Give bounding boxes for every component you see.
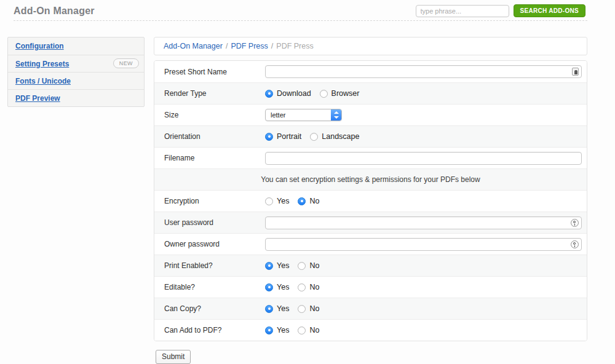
radio-option-portrait[interactable]: Portrait: [265, 132, 301, 141]
sidebar-nav: Configuration Setting Presets NEW Fonts …: [7, 37, 145, 107]
radio-selected-icon: [265, 326, 273, 334]
radio-unselected-icon: [298, 305, 306, 313]
sidebar-item-fonts-unicode[interactable]: Fonts / Unicode: [8, 72, 144, 89]
autofill-contact-icon[interactable]: [572, 68, 579, 76]
autofill-key-icon[interactable]: [571, 240, 579, 248]
field-label: Orientation: [154, 132, 265, 141]
filename-input[interactable]: [265, 152, 582, 165]
size-select-value: letter: [271, 111, 285, 119]
encryption-note-text: You can set encryption settings & permis…: [261, 175, 480, 184]
owner-password-input[interactable]: [265, 238, 582, 251]
sidebar-link-label[interactable]: Fonts / Unicode: [15, 77, 71, 85]
breadcrumb-separator: /: [226, 42, 228, 50]
page-title: Add-On Manager: [14, 6, 95, 17]
radio-unselected-icon: [298, 326, 306, 334]
form-row-preset-short-name: Preset Short Name: [154, 61, 587, 82]
form-row-encryption: Encryption Yes No: [154, 190, 587, 212]
radio-option-yes[interactable]: Yes: [265, 197, 289, 205]
radio-unselected-icon: [298, 283, 306, 291]
form-row-render-type: Render Type Download Browser: [154, 82, 587, 104]
search-addons-button[interactable]: SEARCH ADD-ONS: [514, 4, 586, 17]
breadcrumb: Add-On Manager / PDF Press / PDF Press: [154, 37, 587, 55]
radio-option-download[interactable]: Download: [265, 89, 311, 98]
radio-option-no[interactable]: No: [298, 326, 319, 334]
form-row-encryption-note: You can set encryption settings & permis…: [154, 168, 587, 190]
form-row-can-copy: Can Copy? Yes No: [154, 298, 587, 319]
breadcrumb-current: PDF Press: [276, 42, 313, 50]
radio-selected-icon: [265, 283, 273, 291]
form-row-size: Size letter: [154, 104, 587, 125]
form-row-orientation: Orientation Portrait Landscape: [154, 125, 587, 147]
up-down-stepper-icon: [331, 109, 341, 121]
form-row-print-enabled: Print Enabled? Yes No: [154, 255, 587, 276]
form-row-user-password: User password: [154, 212, 587, 233]
addon-manager-page: Add-On Manager SEARCH ADD-ONS Configurat…: [0, 0, 615, 364]
radio-selected-icon: [265, 90, 273, 98]
size-select[interactable]: letter: [265, 109, 342, 121]
sidebar-link-label[interactable]: Configuration: [15, 42, 64, 50]
sidebar-item-configuration[interactable]: Configuration: [8, 38, 144, 55]
radio-selected-icon: [265, 305, 273, 313]
radio-option-landscape[interactable]: Landscape: [310, 132, 359, 141]
field-label: Editable?: [154, 283, 265, 291]
radio-unselected-icon: [298, 262, 306, 270]
radio-option-yes[interactable]: Yes: [265, 326, 289, 334]
field-label: Owner password: [154, 240, 265, 248]
search-input[interactable]: [416, 5, 509, 17]
field-label: Can Copy?: [154, 304, 265, 313]
radio-option-yes[interactable]: Yes: [265, 261, 289, 270]
preset-settings-form: Preset Short Name Render Type Download: [154, 60, 587, 341]
radio-option-yes[interactable]: Yes: [265, 304, 289, 313]
main-content: Add-On Manager / PDF Press / PDF Press P…: [154, 37, 587, 341]
sidebar-item-pdf-preview[interactable]: PDF Preview: [8, 89, 144, 106]
breadcrumb-link-pdf-press[interactable]: PDF Press: [231, 42, 268, 50]
field-label: Size: [154, 111, 265, 119]
radio-selected-icon: [265, 262, 273, 270]
autofill-key-icon[interactable]: [571, 219, 579, 227]
radio-unselected-icon: [265, 197, 273, 205]
submit-button[interactable]: Submit: [156, 350, 191, 364]
radio-selected-icon: [265, 133, 273, 141]
field-label: Render Type: [154, 89, 265, 98]
user-password-input[interactable]: [265, 216, 582, 229]
field-label: Filename: [154, 154, 265, 162]
form-row-filename: Filename: [154, 147, 587, 168]
sidebar-link-label[interactable]: Setting Presets: [15, 60, 69, 68]
field-label: Encryption: [154, 197, 265, 205]
radio-option-yes[interactable]: Yes: [265, 283, 289, 291]
breadcrumb-link-addon-manager[interactable]: Add-On Manager: [164, 42, 223, 50]
form-row-can-add-to-pdf: Can Add to PDF? Yes No: [154, 319, 587, 341]
radio-unselected-icon: [310, 133, 318, 141]
preset-short-name-input[interactable]: [265, 65, 582, 78]
field-label: Preset Short Name: [154, 68, 265, 76]
radio-option-no[interactable]: No: [298, 283, 319, 291]
sidebar-item-setting-presets[interactable]: Setting Presets NEW: [8, 55, 144, 72]
radio-option-no[interactable]: No: [298, 261, 319, 270]
field-label: User password: [154, 218, 265, 227]
sidebar-link-label[interactable]: PDF Preview: [15, 94, 60, 103]
form-row-editable: Editable? Yes No: [154, 276, 587, 298]
radio-option-no[interactable]: No: [298, 197, 319, 205]
radio-option-browser[interactable]: Browser: [320, 89, 360, 98]
new-badge: NEW: [113, 58, 139, 68]
field-label: Can Add to PDF?: [154, 326, 265, 334]
form-row-owner-password: Owner password: [154, 233, 587, 255]
radio-selected-icon: [298, 197, 306, 205]
addon-search: SEARCH ADD-ONS: [416, 4, 586, 17]
radio-option-no[interactable]: No: [298, 304, 319, 313]
page-header: Add-On Manager SEARCH ADD-ONS: [14, 0, 587, 21]
radio-unselected-icon: [320, 90, 328, 98]
breadcrumb-separator: /: [271, 42, 273, 50]
field-label: Print Enabled?: [154, 261, 265, 270]
